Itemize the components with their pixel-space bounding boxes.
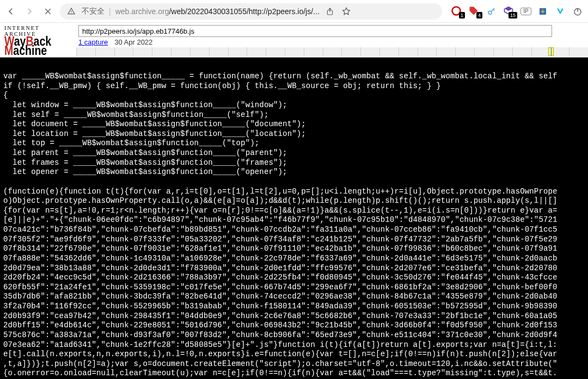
ext-icon-key[interactable]	[486, 5, 498, 17]
ext-icon-purple[interactable]: 15	[503, 5, 515, 17]
not-secure-label: 不安全	[82, 7, 105, 16]
timeline[interactable]	[76, 47, 588, 56]
ext-icon-download[interactable]	[537, 5, 549, 17]
wayback-logo[interactable]: INTERNET ARCHIVE WayBackMachine	[0, 23, 76, 57]
ext-icon-v[interactable]	[554, 5, 566, 17]
wayback-bar: INTERNET ARCHIVE WayBackMachine 1 captur…	[0, 23, 588, 58]
extensions-group: 1 4 15 IP	[448, 5, 584, 17]
ext-icon-ip[interactable]: IP	[520, 8, 531, 15]
ext-icon-power[interactable]	[572, 5, 584, 17]
svg-point-2	[488, 11, 492, 14]
browser-toolbar: 不安全 | web.archive.org/web/20220430031055…	[0, 0, 588, 23]
forward-button[interactable]	[23, 5, 36, 18]
ext-icon-red[interactable]: 1	[451, 5, 463, 17]
star-icon[interactable]	[340, 5, 352, 17]
not-secure-icon	[65, 5, 77, 17]
captures-link[interactable]: 1 capture	[78, 38, 108, 46]
capture-date: 30 Apr 2022	[114, 38, 152, 46]
back-button[interactable]	[4, 5, 17, 18]
stop-button[interactable]	[41, 5, 54, 18]
ext-icon-tag[interactable]: 4	[468, 5, 480, 17]
wayback-right: 1 capture 30 Apr 2022	[76, 23, 588, 57]
address-bar[interactable]: 不安全 | web.archive.org/web/20220430031055…	[60, 3, 442, 20]
timeline-marker[interactable]	[548, 47, 554, 56]
wayback-url-input[interactable]	[78, 25, 552, 37]
separator: |	[109, 7, 111, 16]
url-text: web.archive.org/web/20220430031055/http:…	[115, 7, 320, 16]
wayback-logo-main: WayBackMachine	[4, 37, 62, 55]
share-icon[interactable]	[324, 5, 336, 17]
code-content: var _____WB$wombat$assign$function_____ …	[0, 58, 588, 379]
